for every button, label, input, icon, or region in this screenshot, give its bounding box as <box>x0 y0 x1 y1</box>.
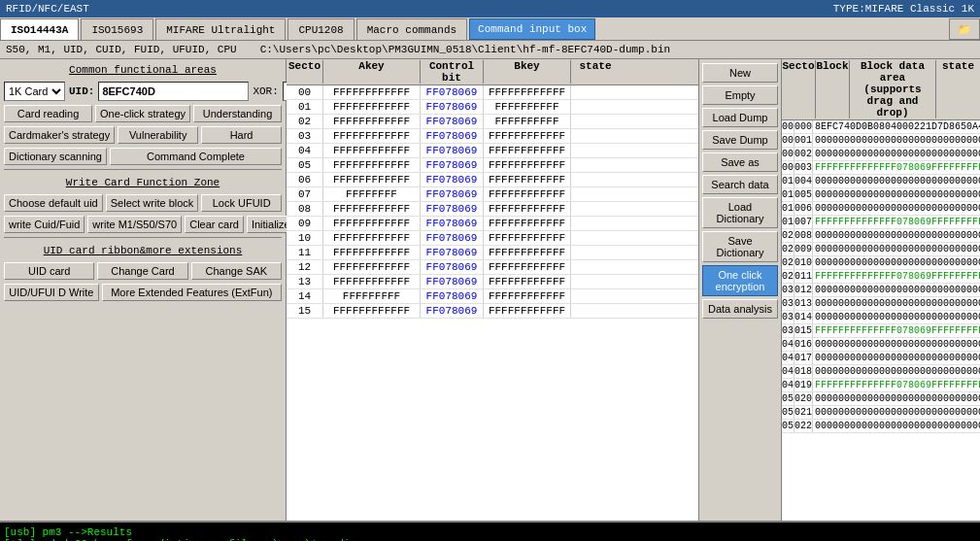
write-m1-button[interactable]: write M1/S50/S70 <box>87 216 182 233</box>
rt-data: 00000000000000000000000000000000 <box>813 229 980 242</box>
dictionary-scanning-button[interactable]: Dictionary scanning <box>4 148 107 165</box>
table-row[interactable]: 01 FFFFFFFFFFFF FF078069 FFFFFFFFFF <box>287 100 698 115</box>
rt-row[interactable]: 04 017 00000000000000000000000000000000 <box>782 352 980 365</box>
rt-row[interactable]: 03 013 00000000000000000000000000000000 <box>782 297 980 311</box>
col-state: state <box>571 60 620 84</box>
right-data-panel: Secto Block Block data area (supports dr… <box>782 59 980 521</box>
select-write-block-button[interactable]: Select write block <box>106 194 199 212</box>
hard-button[interactable]: Hard <box>201 126 282 144</box>
rt-row[interactable]: 05 022 00000000000000000000000000000000 <box>782 420 980 433</box>
tab-iso14443a[interactable]: ISO14443A <box>0 18 79 40</box>
tab-mifare-ultralight[interactable]: MIFARE Ultralight <box>155 18 286 40</box>
rt-row[interactable]: 00 003 FFFFFFFFFFFFFF078069FFFFFFFFFFFF <box>782 161 980 175</box>
card-reading-button[interactable]: Card reading <box>4 105 92 122</box>
load-dump-button[interactable]: Load Dump <box>702 108 778 127</box>
table-row[interactable]: 00 FFFFFFFFFFFF FF078069 FFFFFFFFFFFF <box>287 85 698 100</box>
td-state <box>571 129 620 143</box>
td-ctrl: FF078069 <box>421 187 484 201</box>
table-row[interactable]: 06 FFFFFFFFFFFF FF078069 FFFFFFFFFFFF <box>287 173 698 187</box>
rth-block: Block <box>816 60 850 118</box>
table-row[interactable]: 11 FFFFFFFFFFFF FF078069 FFFFFFFFFFFF <box>287 246 698 260</box>
one-click-button[interactable]: One-click strategy <box>95 105 190 122</box>
rt-row[interactable]: 01 004 00000000000000000000000000000000 <box>782 175 980 188</box>
left-panel: Common functional areas 1K Card UID: XOR… <box>0 59 287 521</box>
rt-block: 019 <box>794 379 813 391</box>
rt-row[interactable]: 02 008 00000000000000000000000000000000 <box>782 229 980 243</box>
td-bkey: FFFFFFFFFFFF <box>484 85 571 99</box>
rt-row[interactable]: 01 007 FFFFFFFFFFFFFF078069FFFFFFFFFFFF <box>782 216 980 229</box>
rt-secto: 03 <box>782 284 794 296</box>
new-button[interactable]: New <box>702 63 778 83</box>
rt-row[interactable]: 01 005 00000000000000000000000000000000 <box>782 188 980 202</box>
rt-row[interactable]: 01 006 00000000000000000000000000000000 <box>782 202 980 216</box>
rt-row[interactable]: 04 016 00000000000000000000000000000000 <box>782 338 980 352</box>
table-row[interactable]: 10 FFFFFFFFFFFF FF078069 FFFFFFFFFFFF <box>287 231 698 246</box>
clear-card-button[interactable]: Clear card <box>185 216 244 233</box>
change-sak-button[interactable]: Change SAK <box>191 262 282 280</box>
load-dictionary-button[interactable]: Load Dictionary <box>702 197 778 228</box>
cardmaker-button[interactable]: Cardmaker's strategy <box>4 126 115 144</box>
td-ctrl: FF078069 <box>421 129 484 143</box>
understanding-button[interactable]: Understanding <box>193 105 282 122</box>
console-area[interactable]: [usb] pm3 -->Results[+] loaded 66 keys f… <box>0 521 980 541</box>
write-cuid-button[interactable]: write Cuid/Fuid <box>4 216 84 233</box>
uid-ufui-write-button[interactable]: UID/UFUI D Write <box>4 284 99 301</box>
lock-ufuid-button[interactable]: Lock UFUID <box>201 194 282 212</box>
rt-row[interactable]: 02 009 00000000000000000000000000000000 <box>782 243 980 256</box>
rt-row[interactable]: 04 019 FFFFFFFFFFFFFF078069FFFFFFFFFFFF <box>782 379 980 392</box>
table-row[interactable]: 15 FFFFFFFFFFFF FF078069 FFFFFFFFFFFF <box>287 304 698 319</box>
rt-secto: 03 <box>782 311 794 323</box>
uid-input[interactable] <box>98 82 249 101</box>
save-as-button[interactable]: Save as <box>702 152 778 172</box>
empty-button[interactable]: Empty <box>702 85 778 105</box>
save-dictionary-button[interactable]: Save Dictionary <box>702 231 778 262</box>
table-row[interactable]: 14 FFFFFFFFF FF078069 FFFFFFFFFFFF <box>287 289 698 304</box>
td-bkey: FFFFFFFFFFFF <box>484 202 571 216</box>
more-extended-button[interactable]: More Extended Features (ExtFun) <box>102 284 282 301</box>
rt-row[interactable]: 05 021 00000000000000000000000000000000 <box>782 406 980 420</box>
change-card-button[interactable]: Change Card <box>97 262 187 280</box>
search-data-button[interactable]: Search data <box>702 175 778 194</box>
table-row[interactable]: 07 FFFFFFFF FF078069 FFFFFFFFFFFF <box>287 187 698 202</box>
save-button[interactable]: 📁 <box>949 18 980 40</box>
rt-data: 00000000000000000000000000000000 <box>813 256 980 269</box>
rt-secto: 02 <box>782 256 794 269</box>
tab-iso15693[interactable]: ISO15693 <box>81 18 153 40</box>
vulnerability-button[interactable]: Vulnerability <box>118 126 198 144</box>
td-state <box>571 304 620 318</box>
uid-card-button[interactable]: UID card <box>4 262 94 280</box>
table-row[interactable]: 08 FFFFFFFFFFFF FF078069 FFFFFFFFFFFF <box>287 202 698 217</box>
rt-row[interactable]: 05 020 00000000000000000000000000000000 <box>782 392 980 406</box>
td-bkey: FFFFFFFFFFFF <box>484 275 571 288</box>
td-ctrl: FF078069 <box>421 144 484 157</box>
one-click-encryption-button[interactable]: One click encryption <box>702 265 778 296</box>
table-row[interactable]: 05 FFFFFFFFFFFF FF078069 FFFFFFFFFFFF <box>287 158 698 173</box>
table-row[interactable]: 04 FFFFFFFFFFFF FF078069 FFFFFFFFFFFF <box>287 144 698 158</box>
rt-row[interactable]: 02 011 FFFFFFFFFFFFFF078069FFFFFFFFFFFF <box>782 270 980 284</box>
choose-default-uid-button[interactable]: Choose default uid <box>4 194 103 212</box>
save-dump-button[interactable]: Save Dump <box>702 130 778 150</box>
rt-row[interactable]: 03 012 00000000000000000000000000000000 <box>782 284 980 297</box>
td-ctrl: FF078069 <box>421 100 484 114</box>
table-row[interactable]: 13 FFFFFFFFFFFF FF078069 FFFFFFFFFFFF <box>287 275 698 289</box>
data-analysis-button[interactable]: Data analysis <box>702 299 778 319</box>
table-row[interactable]: 03 FFFFFFFFFFFF FF078069 FFFFFFFFFFFF <box>287 129 698 144</box>
rt-row[interactable]: 00 000 8EFC740D0B0804000221D7D8650A421D <box>782 120 980 134</box>
table-row[interactable]: 02 FFFFFFFFFFFF FF078069 FFFFFFFFFF <box>287 115 698 129</box>
rt-row[interactable]: 00 001 00000000000000000000000000000000 <box>782 134 980 148</box>
table-row[interactable]: 12 FFFFFFFFFFFF FF078069 FFFFFFFFFFFF <box>287 260 698 275</box>
command-complete-button[interactable]: Command Complete <box>110 148 282 165</box>
tab-macro-commands[interactable]: Macro commands <box>356 18 467 40</box>
tab-command-input-box[interactable]: Command input box <box>469 18 595 40</box>
tab-cpu1208[interactable]: CPU1208 <box>287 18 354 40</box>
td-secto: 09 <box>287 217 323 230</box>
rt-data: 00000000000000000000000000000000 <box>813 406 980 419</box>
rt-row[interactable]: 03 014 00000000000000000000000000000000 <box>782 311 980 324</box>
rt-row[interactable]: 00 002 00000000000000000000000000000000 <box>782 148 980 161</box>
table-row[interactable]: 09 FFFFFFFFFFFF FF078069 FFFFFFFFFFFF <box>287 217 698 231</box>
rt-data: 00000000000000000000000000000000 <box>813 243 980 255</box>
rt-row[interactable]: 03 015 FFFFFFFFFFFFFF078069FFFFFFFFFFFF <box>782 324 980 338</box>
card-type-select[interactable]: 1K Card <box>4 82 65 101</box>
rt-row[interactable]: 02 010 00000000000000000000000000000000 <box>782 256 980 270</box>
rt-row[interactable]: 04 018 00000000000000000000000000000000 <box>782 365 980 379</box>
